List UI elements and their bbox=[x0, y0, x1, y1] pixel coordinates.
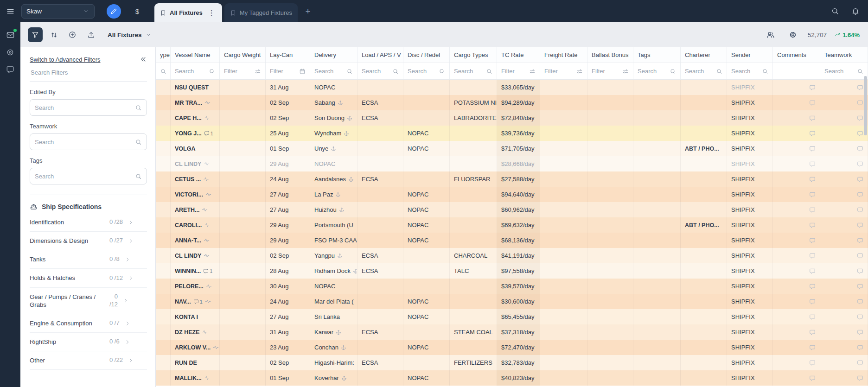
mail-button[interactable] bbox=[6, 31, 15, 39]
column-filter-ype[interactable] bbox=[156, 63, 171, 79]
vertical-scrollbar[interactable] bbox=[863, 47, 868, 387]
teamwork-bubble-icon[interactable] bbox=[857, 283, 863, 290]
comments-bubble-icon[interactable] bbox=[809, 237, 816, 244]
fixture-row[interactable]: ARETH...27 AugHuizhouNOPAC$60,962/daySHI… bbox=[156, 202, 868, 217]
comments-bubble-icon[interactable] bbox=[809, 375, 816, 381]
fixture-row[interactable]: ANNA-T...29 AugFSO PM-3 CAANOPAC$68,136/… bbox=[156, 233, 868, 248]
market-circle-button[interactable] bbox=[6, 48, 14, 57]
comments-bubble-icon[interactable] bbox=[809, 207, 816, 213]
comments-bubble-icon[interactable] bbox=[809, 314, 816, 320]
column-header-ballast-bonus[interactable]: Ballast Bonus bbox=[587, 47, 633, 63]
comments-bubble-icon[interactable] bbox=[809, 84, 816, 91]
fixture-row[interactable]: CL LINDY02 SepYangpuECSACHARCOAL$41,191/… bbox=[156, 248, 868, 263]
spec-item-other[interactable]: Other0 /22 bbox=[30, 351, 147, 370]
tab-all-fixtures[interactable]: All Fixtures⋮ bbox=[154, 3, 222, 22]
comment-count-badge[interactable]: 1 bbox=[193, 299, 203, 305]
column-header-cargo-weight[interactable]: Cargo Weight bbox=[220, 47, 266, 63]
column-header-load-aps-v[interactable]: Load / APS / V bbox=[357, 47, 403, 63]
comments-bubble-icon[interactable] bbox=[809, 268, 816, 274]
workspace-selector[interactable]: Skaw bbox=[21, 4, 95, 19]
teamwork-bubble-icon[interactable] bbox=[857, 84, 863, 91]
fixture-row[interactable]: CL LINDY29 AugNOPAC$28,668/daySHIPFIX bbox=[156, 156, 868, 171]
spec-item-rightship[interactable]: RightShip0 /6 bbox=[30, 333, 147, 351]
global-search-button[interactable] bbox=[827, 0, 843, 22]
fixture-row[interactable]: VICTORI...27 AugLa PazNOPAC$94,640/daySH… bbox=[156, 187, 868, 202]
teamwork-search-input[interactable] bbox=[35, 139, 132, 146]
fixture-row[interactable]: CAROLI...29 AugPortsmouth (UNOPAC$69,632… bbox=[156, 217, 868, 233]
comment-count-badge[interactable]: 1 bbox=[204, 131, 213, 136]
comment-count-badge[interactable]: 1 bbox=[203, 268, 212, 274]
column-header-delivery[interactable]: Delivery bbox=[310, 47, 357, 63]
fixture-row[interactable]: NSU QUEST31 AugNOPAC$33,065/daySHIPFIX bbox=[156, 80, 868, 95]
comments-bubble-icon[interactable] bbox=[809, 360, 816, 366]
column-header-sender[interactable]: Sender bbox=[727, 47, 773, 63]
export-button[interactable] bbox=[83, 27, 98, 42]
contacts-button[interactable] bbox=[763, 27, 778, 42]
comments-bubble-icon[interactable] bbox=[809, 100, 816, 106]
teamwork-bubble-icon[interactable] bbox=[857, 161, 863, 167]
fixture-row[interactable]: PELORE...30 AugNOPAC$39,570/daySHIPFIX bbox=[156, 279, 868, 294]
filter-toggle-button[interactable] bbox=[28, 27, 43, 42]
teamwork-bubble-icon[interactable] bbox=[857, 344, 863, 351]
fixture-row[interactable]: MALLIK...01 SepKoverharNOPAC$40,823/dayS… bbox=[156, 370, 868, 386]
collapse-panel-button[interactable] bbox=[140, 56, 147, 63]
comments-bubble-icon[interactable] bbox=[809, 253, 816, 259]
column-filter-load-aps-v[interactable]: Search bbox=[357, 63, 403, 79]
column-filter-cargo-types[interactable]: Search bbox=[450, 63, 497, 79]
column-filter-sender[interactable]: Search bbox=[727, 63, 773, 79]
column-header-tags[interactable]: Tags bbox=[633, 47, 681, 63]
comments-bubble-icon[interactable] bbox=[809, 176, 816, 183]
spec-item-identification[interactable]: Identification0 /28 bbox=[30, 213, 147, 232]
fixture-row[interactable]: CAPE H...02 SepSon DuongECSALABRADORITE$… bbox=[156, 110, 868, 126]
tags-search-input[interactable] bbox=[35, 173, 132, 180]
comments-bubble-icon[interactable] bbox=[809, 161, 816, 167]
add-tab-button[interactable]: + bbox=[302, 0, 313, 22]
comments-bubble-icon[interactable] bbox=[809, 146, 816, 152]
column-filter-tags[interactable]: Search bbox=[633, 63, 681, 79]
column-filter-freight-rate[interactable]: Filter bbox=[540, 63, 587, 79]
compose-button[interactable] bbox=[107, 4, 121, 19]
column-header-cargo-types[interactable]: Cargo Types bbox=[450, 47, 497, 63]
comments-bubble-icon[interactable] bbox=[809, 115, 816, 121]
teamwork-bubble-icon[interactable] bbox=[857, 314, 863, 320]
tab-my-tagged-fixtures[interactable]: My Tagged Fixtures bbox=[224, 3, 298, 22]
teamwork-bubble-icon[interactable] bbox=[857, 115, 863, 121]
column-header-freight-rate[interactable]: Freight Rate bbox=[540, 47, 587, 63]
hamburger-menu-button[interactable] bbox=[0, 0, 20, 22]
column-header-teamwork[interactable]: Teamwork bbox=[820, 47, 868, 63]
teamwork-bubble-icon[interactable] bbox=[857, 298, 863, 305]
comments-bubble-icon[interactable] bbox=[809, 191, 816, 198]
sort-button[interactable] bbox=[46, 27, 61, 42]
column-filter-cargo-weight[interactable]: Filter bbox=[220, 63, 266, 79]
tab-menu-button[interactable]: ⋮ bbox=[207, 9, 217, 16]
spec-item-tanks[interactable]: Tanks0 /8 bbox=[30, 250, 147, 269]
teamwork-bubble-icon[interactable] bbox=[857, 360, 863, 366]
comments-bubble-icon[interactable] bbox=[809, 130, 816, 137]
column-filter-delivery[interactable]: Search bbox=[310, 63, 357, 79]
teamwork-bubble-icon[interactable] bbox=[857, 130, 863, 137]
comments-bubble-icon[interactable] bbox=[809, 329, 816, 336]
spec-item-holds-hatches[interactable]: Holds & Hatches0 /12 bbox=[30, 269, 147, 287]
fixture-row[interactable]: YONG J...125 AugWyndhamNOPAC$39,736/dayS… bbox=[156, 126, 868, 141]
fixture-row[interactable]: DZ HEZE31 AugKarwarECSASTEAM COAL$37,318… bbox=[156, 324, 868, 340]
column-header-vessel-name[interactable]: Vessel Name bbox=[171, 47, 220, 63]
column-header-ype[interactable]: ype bbox=[156, 47, 171, 63]
add-fixture-button[interactable] bbox=[65, 27, 80, 42]
column-filter-teamwork[interactable]: Search bbox=[820, 63, 868, 79]
column-filter-disc-redel[interactable]: Search bbox=[403, 63, 450, 79]
column-filter-ballast-bonus[interactable]: Filter bbox=[587, 63, 633, 79]
fixture-row[interactable]: KONTA I27 AugSri LankaNOPAC$65,455/daySH… bbox=[156, 309, 868, 324]
column-filter-charterer[interactable]: Search bbox=[681, 63, 727, 79]
comments-bubble-icon[interactable] bbox=[809, 283, 816, 290]
advanced-filters-link[interactable]: Switch to Advanced Filters bbox=[30, 56, 100, 63]
teamwork-bubble-icon[interactable] bbox=[857, 191, 863, 198]
teamwork-bubble-icon[interactable] bbox=[857, 329, 863, 336]
teamwork-bubble-icon[interactable] bbox=[857, 207, 863, 213]
teamwork-bubble-icon[interactable] bbox=[857, 176, 863, 183]
column-header-charterer[interactable]: Charterer bbox=[681, 47, 727, 63]
teamwork-bubble-icon[interactable] bbox=[857, 222, 863, 228]
spec-item-gear-pumps-cranes-grabs[interactable]: Gear / Pumps / Cranes / Grabs0/12 bbox=[30, 288, 147, 314]
teamwork-bubble-icon[interactable] bbox=[857, 146, 863, 152]
spec-item-engine-consumption[interactable]: Engine & Consumption0 /7 bbox=[30, 314, 147, 333]
settings-button[interactable] bbox=[785, 27, 800, 42]
